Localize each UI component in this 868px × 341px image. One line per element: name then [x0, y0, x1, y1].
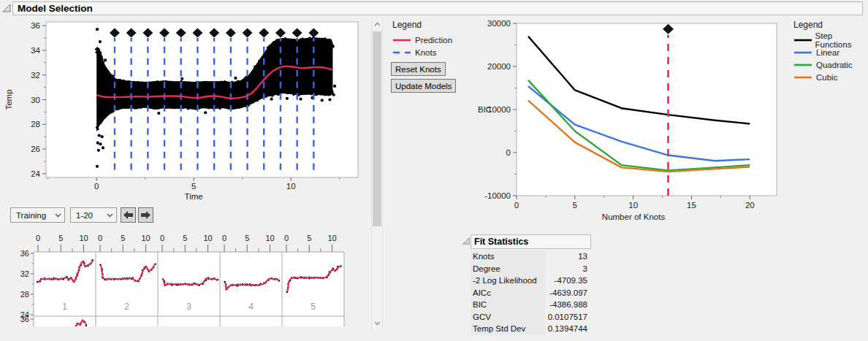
svg-text:26: 26 [31, 145, 40, 153]
svg-text:10: 10 [203, 234, 212, 242]
svg-text:32: 32 [31, 71, 40, 80]
bic-legend-item[interactable]: Cubic [793, 71, 868, 83]
svg-text:10: 10 [286, 182, 296, 191]
legend-label: Step Functions [815, 31, 868, 49]
fit-stat-row: GCV0.0107517 [471, 311, 589, 323]
reset-knots-button[interactable]: Reset Knots [391, 62, 446, 76]
fit-statistics-header: Fit Statistics [471, 234, 591, 249]
svg-text:10: 10 [327, 234, 336, 242]
prev-page-button[interactable] [121, 207, 136, 223]
chevron-down-icon [55, 213, 61, 218]
svg-text:0: 0 [514, 201, 519, 210]
svg-text:5: 5 [573, 201, 577, 210]
disclosure-triangle-icon[interactable] [2, 4, 11, 12]
svg-text:0: 0 [94, 182, 99, 191]
svg-text:0: 0 [284, 234, 289, 242]
legend-label: Knots [415, 48, 436, 57]
svg-text:5: 5 [58, 234, 63, 242]
fit-stat-row: -2 Log Likelihood-4709.35 [471, 275, 589, 287]
mid-legend-title: Legend [392, 20, 452, 30]
vertical-scrollbar[interactable] [371, 18, 383, 329]
next-page-button[interactable] [138, 207, 153, 223]
fit-statistics-title: Fit Statistics [474, 237, 528, 247]
scroll-up-icon[interactable] [373, 19, 382, 29]
svg-text:0: 0 [36, 234, 40, 242]
svg-text:5: 5 [311, 302, 316, 312]
svg-text:28: 28 [31, 120, 40, 129]
svg-text:10: 10 [628, 201, 638, 210]
temp-vs-time-chart[interactable]: 051024262830323436TimeTemp [0, 18, 369, 206]
scroll-down-icon[interactable] [373, 318, 382, 329]
legend-line-swatch [793, 75, 812, 80]
bic-legend-title: Legend [793, 20, 868, 30]
svg-text:BIC: BIC [478, 105, 492, 114]
svg-text:1: 1 [62, 302, 67, 312]
legend-line-swatch [793, 50, 812, 55]
svg-text:Time: Time [185, 192, 203, 201]
legend-line-swatch [392, 38, 411, 42]
page-title: Model Selection [18, 3, 93, 14]
fit-stats-disclosure-icon[interactable] [462, 237, 470, 245]
fit-stat-row: AICc-4639.097 [471, 287, 589, 299]
svg-text:20: 20 [745, 201, 755, 210]
group-curves-panel[interactable]: 05100510051005100510363228243612345 [0, 228, 369, 326]
svg-text:5: 5 [121, 234, 125, 242]
svg-text:36: 36 [20, 249, 29, 258]
svg-text:4: 4 [248, 302, 254, 312]
fit-statistics-table: Knots13Degree3-2 Log Likelihood-4709.35A… [471, 250, 589, 335]
svg-text:28: 28 [20, 290, 29, 299]
arrow-right-icon [141, 211, 151, 219]
fit-stat-value: 13 [545, 252, 589, 261]
fit-stat-row: BIC-4386.988 [471, 299, 589, 311]
range-select-value: 1-20 [76, 211, 93, 220]
mid-legend-item[interactable]: Knots [392, 46, 452, 58]
update-models-button[interactable]: Update Models [391, 79, 456, 93]
svg-text:5: 5 [191, 182, 196, 191]
fit-stat-row: Knots13 [471, 250, 589, 263]
legend-label: Prediction [415, 36, 452, 45]
svg-text:20000: 20000 [487, 62, 511, 71]
fit-stat-row: Degree3 [471, 263, 589, 275]
fit-stat-label: GCV [471, 311, 545, 323]
range-select[interactable]: 1-20 [70, 207, 117, 223]
fit-stat-value: 0.1394744 [545, 324, 589, 333]
fit-stat-label: Knots [471, 250, 545, 263]
legend-line-swatch [793, 38, 812, 42]
legend-line-swatch [793, 63, 812, 67]
svg-text:5: 5 [183, 234, 187, 242]
svg-text:5: 5 [307, 234, 311, 242]
bic-vs-knots-chart[interactable]: 051015203000020000100000-10000Number of … [468, 13, 793, 228]
bic-legend: Legend Step FunctionsLinearQuadraticCubi… [793, 20, 868, 83]
fit-stat-value: -4709.35 [545, 276, 589, 285]
svg-text:0: 0 [506, 148, 511, 157]
bic-legend-item[interactable]: Step Functions [793, 34, 868, 46]
svg-text:24: 24 [31, 169, 40, 178]
fit-stat-label: Degree [471, 263, 545, 275]
svg-text:30000: 30000 [487, 19, 511, 28]
bic-legend-item[interactable]: Quadratic [793, 58, 868, 71]
fit-stat-value: -4386.988 [545, 300, 589, 309]
svg-text:34: 34 [31, 46, 40, 55]
svg-text:10: 10 [265, 234, 274, 242]
svg-text:36: 36 [31, 21, 40, 30]
svg-text:30: 30 [31, 96, 40, 104]
fit-stat-value: -4639.097 [545, 288, 589, 297]
svg-text:32: 32 [20, 269, 29, 278]
svg-text:2: 2 [124, 302, 129, 312]
dataset-select-value: Training [16, 211, 46, 220]
fit-stat-label: Temp Std Dev [471, 323, 545, 335]
svg-text:0: 0 [222, 234, 226, 242]
fit-stat-value: 3 [545, 264, 589, 273]
svg-text:Temp: Temp [4, 89, 13, 110]
mid-legend-item[interactable]: Prediction [392, 34, 452, 46]
mid-legend: Legend PredictionKnots [392, 20, 452, 58]
dataset-select[interactable]: Training [10, 207, 65, 223]
arrow-left-icon [123, 211, 133, 219]
svg-text:Number of Knots: Number of Knots [602, 212, 666, 221]
svg-text:10: 10 [79, 234, 88, 242]
scrollbar-thumb[interactable] [373, 31, 381, 226]
svg-text:-10000: -10000 [484, 191, 511, 200]
svg-text:3: 3 [186, 302, 191, 312]
legend-label: Linear [816, 48, 840, 57]
fit-stat-label: BIC [471, 299, 545, 311]
